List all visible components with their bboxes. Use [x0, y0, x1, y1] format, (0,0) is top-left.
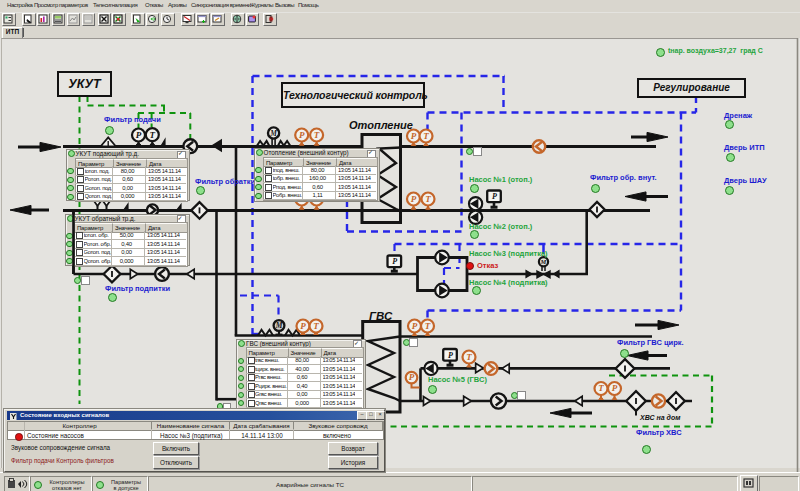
svg-text:M: M	[275, 321, 283, 330]
svg-text:P: P	[411, 194, 417, 204]
svg-text:M: M	[540, 258, 547, 265]
svg-text:T: T	[425, 194, 431, 204]
svg-text:T: T	[466, 352, 472, 362]
svg-text:P: P	[300, 321, 306, 331]
svg-text:P: P	[409, 372, 415, 382]
svg-text:P: P	[392, 257, 397, 266]
svg-text:M: M	[269, 129, 277, 138]
svg-text:T: T	[313, 321, 319, 331]
svg-text:T: T	[598, 383, 604, 393]
svg-text:T: T	[150, 130, 156, 140]
svg-text:T: T	[314, 130, 320, 140]
svg-text:P: P	[412, 321, 418, 331]
svg-text:P: P	[411, 131, 417, 141]
svg-text:P: P	[299, 130, 305, 140]
svg-text:P: P	[612, 383, 618, 393]
svg-text:P: P	[448, 351, 453, 360]
svg-text:P: P	[136, 130, 142, 140]
svg-text:T: T	[423, 131, 429, 141]
svg-text:P: P	[492, 192, 497, 201]
svg-text:T: T	[425, 321, 431, 331]
